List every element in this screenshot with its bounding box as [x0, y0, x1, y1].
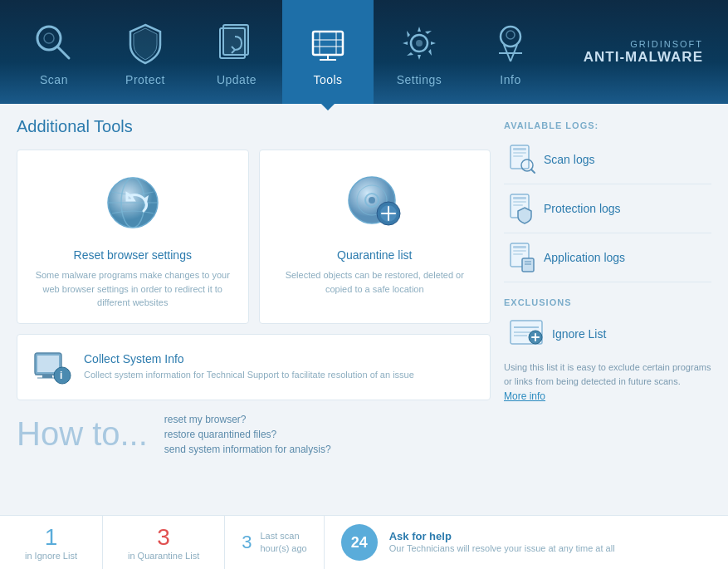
page-title: Additional Tools — [17, 117, 491, 136]
scan-icon — [29, 18, 79, 68]
header: Scan Protect Update — [0, 0, 728, 104]
ignore-list-item[interactable]: Ignore List — [504, 312, 711, 356]
svg-rect-51 — [513, 253, 523, 255]
collect-info-card[interactable]: i Collect System Info Collect system inf… — [17, 334, 491, 400]
quarantine-card[interactable]: Quarantine list Selected objects can be … — [259, 150, 491, 324]
ignore-list-label: Ignore List — [552, 327, 606, 341]
nav-item-settings[interactable]: Settings — [374, 0, 465, 104]
quarantine-desc: Selected objects can be restored, delete… — [271, 268, 479, 296]
protection-logs-label: Protection logs — [544, 202, 621, 215]
application-logs-label: Application logs — [544, 251, 625, 264]
scan-logs-icon — [509, 144, 535, 175]
help-text: Ask for help Our Technicians will resolv… — [389, 530, 615, 555]
svg-rect-49 — [513, 246, 526, 248]
ignore-list-desc: Using this list it is easy to exclude ce… — [504, 361, 711, 388]
quarantine-title: Quarantine list — [337, 248, 412, 262]
help-title: Ask for help — [389, 530, 615, 542]
footer-help: 24 Ask for help Our Technicians will res… — [325, 516, 728, 569]
exclusions-section-label: EXCLUSIONS — [504, 297, 711, 307]
settings-icon — [394, 18, 444, 68]
svg-line-1 — [57, 47, 69, 58]
svg-line-43 — [531, 169, 535, 173]
main-content: Additional Tools — [0, 104, 728, 515]
reset-browser-card[interactable]: Reset browser settings Some malware prog… — [17, 150, 249, 324]
last-scan-label: Last scan — [260, 530, 306, 542]
nav-item-scan[interactable]: Scan — [8, 0, 100, 104]
nav-bar: Scan Protect Update — [8, 0, 584, 104]
svg-rect-52 — [522, 258, 534, 272]
svg-point-14 — [501, 27, 520, 47]
protection-logs-item[interactable]: Protection logs — [504, 184, 711, 233]
application-logs-icon — [509, 242, 535, 273]
nav-label-settings: Settings — [397, 73, 442, 86]
svg-point-13 — [416, 40, 423, 47]
svg-rect-40 — [513, 152, 526, 154]
quarantine-count-number: 3 — [157, 524, 170, 551]
update-icon — [212, 18, 261, 68]
nav-label-protect: Protect — [125, 73, 165, 86]
svg-point-15 — [506, 31, 515, 39]
nav-item-update[interactable]: Update — [191, 0, 282, 104]
nav-item-protect[interactable]: Protect — [100, 0, 191, 104]
footer-ignore-count: 1 in Ignore List — [0, 516, 103, 569]
ignore-list-icon — [509, 319, 544, 349]
scan-logs-label: Scan logs — [544, 153, 594, 166]
right-panel: AVAILABLE LOGS: Scan logs — [504, 117, 711, 507]
collect-info-icon: i — [31, 346, 72, 388]
howto-section: How to... reset my browser? restore quar… — [17, 410, 491, 459]
nav-label-update: Update — [217, 73, 257, 86]
howto-links: reset my browser? restore quarantined fi… — [164, 414, 331, 455]
svg-rect-45 — [513, 197, 526, 199]
svg-rect-34 — [42, 375, 52, 378]
nav-item-info[interactable]: Info — [465, 0, 556, 104]
ignore-count-number: 1 — [45, 524, 58, 551]
svg-point-2 — [44, 33, 54, 43]
svg-rect-46 — [513, 201, 526, 203]
more-info-link[interactable]: More info — [504, 390, 545, 402]
nav-label-info: Info — [500, 73, 520, 86]
howto-link-0[interactable]: reset my browser? — [164, 414, 331, 425]
svg-point-26 — [369, 197, 375, 204]
scan-logs-item[interactable]: Scan logs — [504, 135, 711, 184]
tool-cards: Reset browser settings Some malware prog… — [17, 150, 491, 324]
footer-last-scan: 3 Last scan hour(s) ago — [225, 516, 325, 569]
protect-icon — [120, 18, 170, 68]
brand: GRIDINSOFT ANTI-MALWARE — [584, 39, 720, 66]
quarantine-count-label: in Quarantine List — [128, 551, 199, 561]
reset-browser-desc: Some malware programs make changes to yo… — [29, 268, 237, 310]
svg-rect-32 — [37, 356, 59, 372]
collect-info-text: Collect System Info Collect system infor… — [84, 352, 414, 381]
svg-rect-5 — [313, 32, 343, 55]
svg-rect-50 — [513, 250, 526, 252]
footer: 1 in Ignore List 3 in Quarantine List 3 … — [0, 515, 728, 569]
brand-product: ANTI-MALWARE — [584, 49, 703, 65]
reset-browser-title: Reset browser settings — [74, 248, 192, 262]
ignore-count-label: in Ignore List — [25, 551, 77, 561]
svg-rect-39 — [513, 148, 526, 150]
footer-quarantine-count: 3 in Quarantine List — [103, 516, 225, 569]
brand-name: GRIDINSOFT — [584, 39, 703, 49]
tools-icon — [303, 18, 353, 68]
help-icon: 24 — [341, 524, 378, 561]
svg-rect-47 — [513, 204, 523, 206]
svg-rect-41 — [513, 155, 523, 157]
exclusions-section: EXCLUSIONS Ignore List — [504, 294, 711, 403]
quarantine-icon — [337, 165, 412, 240]
nav-label-scan: Scan — [40, 73, 68, 86]
info-icon — [486, 18, 535, 68]
howto-link-1[interactable]: restore quarantined files? — [164, 429, 331, 440]
svg-text:i: i — [60, 370, 62, 381]
howto-link-2[interactable]: send system information for analysis? — [164, 444, 331, 455]
logs-section-label: AVAILABLE LOGS: — [504, 120, 711, 130]
help-desc: Our Technicians will resolve your issue … — [389, 542, 615, 555]
collect-info-title: Collect System Info — [84, 352, 414, 365]
last-scan-unit: hour(s) ago — [260, 542, 306, 555]
protection-logs-icon — [509, 193, 535, 224]
application-logs-item[interactable]: Application logs — [504, 233, 711, 282]
reset-browser-icon — [95, 165, 170, 240]
left-panel: Additional Tools — [17, 117, 491, 507]
nav-label-tools: Tools — [313, 73, 342, 86]
howto-label: How to... — [17, 415, 148, 453]
nav-item-tools[interactable]: Tools — [282, 0, 374, 104]
collect-info-desc: Collect system information for Technical… — [84, 369, 414, 381]
